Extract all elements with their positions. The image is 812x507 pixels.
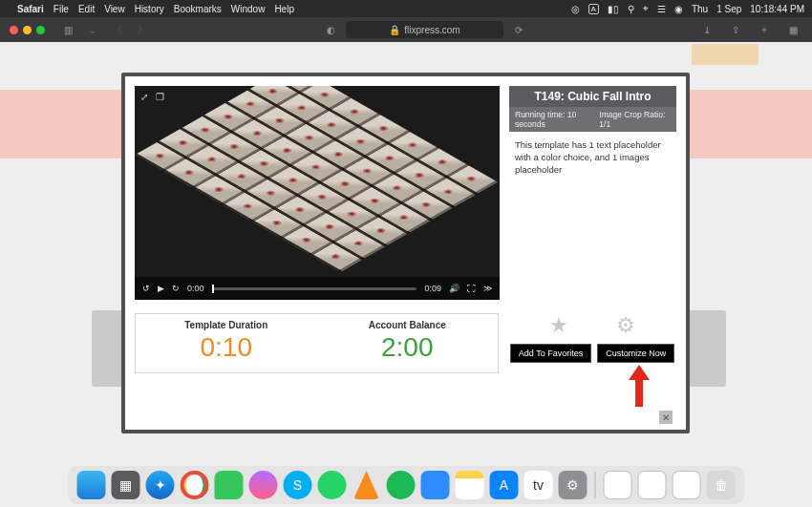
balance-label: Account Balance bbox=[317, 320, 499, 330]
safari-toolbar: ▥ ⌄ 〈 〉 ◐ 🔒 flixpress.com ⟳ ⤓ ⇪ ＋ ▦ bbox=[0, 17, 812, 42]
video-progress-bar[interactable] bbox=[212, 287, 417, 290]
dock-app-appstore[interactable]: A bbox=[490, 471, 519, 499]
menu-help[interactable]: Help bbox=[274, 4, 294, 14]
shield-icon[interactable]: ◐ bbox=[321, 21, 340, 38]
address-url: flixpress.com bbox=[404, 25, 459, 35]
clock-date[interactable]: 1 Sep bbox=[716, 4, 741, 14]
clock-time[interactable]: 10:18:44 PM bbox=[750, 4, 804, 14]
expand-icon[interactable]: ⤢ bbox=[140, 92, 148, 102]
siri-icon[interactable]: ◉ bbox=[674, 4, 683, 14]
wifi-icon[interactable]: ⚲ bbox=[628, 4, 634, 14]
menu-bookmarks[interactable]: Bookmarks bbox=[174, 4, 222, 14]
lock-icon: 🔒 bbox=[389, 25, 400, 35]
video-preview[interactable]: ⤢ ❐ ↺ ▶ ↻ 0:00 0:09 🔊 ⛶ ≫ bbox=[135, 86, 500, 300]
dock-app-messenger[interactable] bbox=[249, 471, 278, 499]
dock-app-vlc[interactable] bbox=[353, 471, 381, 499]
fullscreen-window-button[interactable] bbox=[36, 26, 45, 34]
close-modal-button[interactable]: ✕ bbox=[659, 411, 673, 424]
dock-app-messages[interactable] bbox=[215, 471, 244, 499]
template-actions: ★ ⚙ Add To Favorites Customize Now bbox=[508, 313, 676, 373]
mac-dock: ▦ ✦ S A tv ⚙ 🗑 bbox=[67, 465, 746, 505]
annotation-arrow bbox=[629, 365, 650, 407]
pip-icon[interactable]: ❐ bbox=[156, 92, 164, 102]
new-tab-icon[interactable]: ＋ bbox=[755, 21, 774, 38]
tabs-icon[interactable]: ▦ bbox=[783, 21, 802, 38]
star-icon[interactable]: ★ bbox=[549, 313, 568, 338]
battery-icon[interactable]: ▮▯ bbox=[608, 4, 619, 14]
dock-app-finder[interactable] bbox=[77, 471, 106, 499]
menu-window[interactable]: Window bbox=[231, 4, 266, 14]
control-center-icon[interactable]: ☰ bbox=[657, 4, 666, 14]
dock-app-launchpad[interactable]: ▦ bbox=[112, 471, 140, 499]
share-icon[interactable]: ⇪ bbox=[726, 21, 745, 38]
dock-app-whatsapp[interactable] bbox=[318, 471, 347, 499]
clock-day[interactable]: Thu bbox=[692, 4, 708, 14]
balance-value: 2:00 bbox=[317, 332, 499, 363]
status-icon[interactable]: A bbox=[588, 4, 599, 14]
download-icon[interactable]: ⤓ bbox=[697, 21, 716, 38]
template-meta: Running time: 10 seconds Image Crop Rati… bbox=[509, 107, 676, 132]
dock-app-skype[interactable]: S bbox=[284, 471, 312, 499]
dock-app-settings[interactable]: ⚙ bbox=[559, 471, 588, 499]
template-title: T149: Cubic Fall Intro bbox=[509, 86, 676, 107]
duration-value: 0:10 bbox=[136, 332, 317, 363]
dock-trash[interactable]: 🗑 bbox=[707, 471, 736, 499]
menubar-left: Safari File Edit View History Bookmarks … bbox=[8, 4, 294, 14]
minimize-window-button[interactable] bbox=[23, 26, 32, 34]
page-banner-button[interactable] bbox=[692, 44, 759, 65]
template-stats: Template Duration 0:10 Account Balance 2… bbox=[135, 313, 499, 373]
duration-label: Template Duration bbox=[136, 320, 317, 330]
dock-app-chrome[interactable] bbox=[181, 471, 209, 499]
menu-edit[interactable]: Edit bbox=[78, 4, 95, 14]
dock-app-spotify[interactable] bbox=[387, 471, 416, 499]
menu-view[interactable]: View bbox=[104, 4, 125, 14]
next-icon[interactable]: ≫ bbox=[483, 284, 492, 293]
close-window-button[interactable] bbox=[10, 26, 18, 34]
dock-app-tv[interactable]: tv bbox=[524, 471, 553, 499]
template-runtime: Running time: 10 seconds bbox=[515, 110, 599, 129]
add-favorites-button[interactable]: Add To Favorites bbox=[510, 344, 591, 363]
forward-button[interactable]: 〉 bbox=[133, 21, 152, 38]
gear-icon[interactable]: ⚙ bbox=[616, 313, 635, 338]
customize-now-button[interactable]: Customize Now bbox=[597, 344, 674, 363]
play-icon[interactable]: ▶ bbox=[158, 284, 164, 293]
reload-icon[interactable]: ⟳ bbox=[509, 21, 528, 38]
dock-app-safari[interactable]: ✦ bbox=[146, 471, 175, 499]
video-controls: ↺ ▶ ↻ 0:00 0:09 🔊 ⛶ ≫ bbox=[135, 277, 500, 300]
search-icon[interactable]: ⌖ bbox=[643, 3, 649, 14]
dock-document[interactable] bbox=[638, 471, 667, 499]
back-button[interactable]: 〈 bbox=[108, 21, 127, 38]
forward-icon[interactable]: ↻ bbox=[172, 284, 180, 293]
address-bar[interactable]: 🔒 flixpress.com bbox=[346, 21, 503, 38]
volume-icon[interactable]: 🔊 bbox=[449, 284, 459, 293]
menu-history[interactable]: History bbox=[135, 4, 164, 14]
mac-menubar: Safari File Edit View History Bookmarks … bbox=[0, 0, 812, 17]
template-crop: Image Crop Ratio: 1/1 bbox=[599, 110, 671, 129]
menu-file[interactable]: File bbox=[53, 4, 69, 14]
dock-document[interactable] bbox=[673, 471, 701, 499]
video-current-time: 0:00 bbox=[187, 284, 204, 293]
cube-graphic bbox=[138, 86, 496, 269]
dock-separator bbox=[595, 472, 596, 498]
rewind-icon[interactable]: ↺ bbox=[142, 284, 150, 293]
video-duration: 0:09 bbox=[424, 284, 441, 293]
template-info-panel: T149: Cubic Fall Intro Running time: 10 … bbox=[509, 86, 676, 300]
window-controls bbox=[10, 26, 45, 34]
fullscreen-icon[interactable]: ⛶ bbox=[467, 284, 476, 293]
template-description: This template has 1 text placeholder wit… bbox=[509, 132, 676, 183]
sidebar-icon[interactable]: ▥ bbox=[58, 21, 77, 38]
menubar-app[interactable]: Safari bbox=[17, 4, 44, 14]
dock-document[interactable] bbox=[604, 471, 632, 499]
dock-app-zoom[interactable] bbox=[421, 471, 450, 499]
chevron-down-icon[interactable]: ⌄ bbox=[83, 21, 102, 38]
status-icon[interactable]: ◎ bbox=[571, 4, 580, 14]
template-modal: ⤢ ❐ ↺ ▶ ↻ 0:00 0:09 🔊 ⛶ ≫ T149: Cubic Fa… bbox=[121, 73, 690, 433]
menubar-right: ◎ A ▮▯ ⚲ ⌖ ☰ ◉ Thu 1 Sep 10:18:44 PM bbox=[571, 3, 804, 14]
dock-app-notes[interactable] bbox=[456, 471, 484, 499]
